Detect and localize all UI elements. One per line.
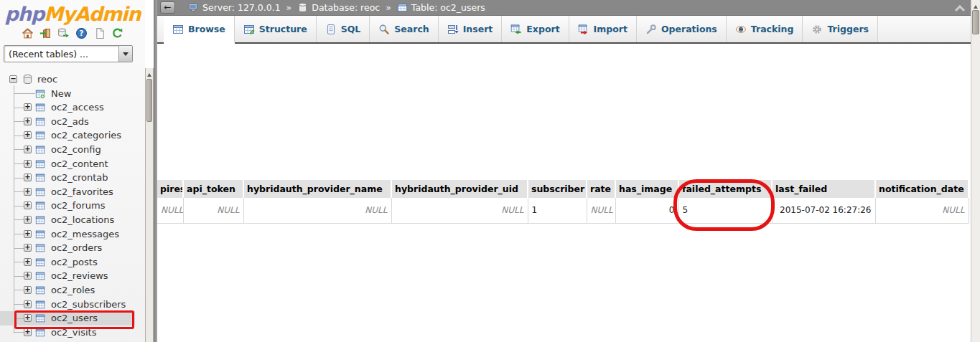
scroll-up-arrow[interactable] bbox=[971, 0, 980, 9]
tree-item-table[interactable]: oc2_reviews bbox=[0, 269, 135, 283]
column-header[interactable]: has_image bbox=[615, 180, 678, 198]
dropdown-arrow-icon[interactable] bbox=[118, 46, 132, 62]
tab[interactable]: Insert bbox=[439, 16, 503, 42]
table-name[interactable]: oc2_users bbox=[51, 313, 98, 323]
tab[interactable]: Browse bbox=[164, 16, 235, 42]
column-header[interactable]: hybridauth_provider_name bbox=[243, 180, 391, 198]
expand-icon[interactable] bbox=[24, 131, 32, 139]
table-name[interactable]: oc2_access bbox=[51, 102, 104, 113]
table-name[interactable]: oc2_messages bbox=[51, 229, 119, 239]
database-name[interactable]: reoc bbox=[37, 74, 57, 85]
tab[interactable]: SQL bbox=[317, 16, 370, 42]
tree-item-database[interactable]: reoc bbox=[0, 72, 135, 87]
column-header[interactable]: last_failed bbox=[772, 180, 875, 198]
table-name[interactable]: oc2_forums bbox=[51, 200, 105, 211]
column-header[interactable]: hybridauth_provider_uid bbox=[391, 180, 528, 198]
expand-icon[interactable] bbox=[24, 244, 32, 252]
expand-icon[interactable] bbox=[24, 216, 32, 224]
breadcrumb-label[interactable]: Database: reoc bbox=[312, 2, 380, 13]
tree-item-table[interactable]: oc2_content bbox=[0, 157, 135, 171]
breadcrumb-label[interactable]: Table: oc2_users bbox=[411, 2, 485, 13]
table-name[interactable]: oc2_config bbox=[51, 144, 101, 155]
expand-icon[interactable] bbox=[24, 272, 32, 280]
tree-item-table[interactable]: oc2_categories bbox=[0, 128, 135, 143]
expand-icon[interactable] bbox=[24, 201, 32, 209]
expand-icon[interactable] bbox=[24, 160, 32, 168]
table-name[interactable]: oc2_ads bbox=[51, 116, 89, 127]
tree-item-table[interactable]: oc2_users bbox=[0, 311, 135, 326]
nav-toolbar-icon[interactable] bbox=[22, 27, 34, 39]
table-name[interactable]: oc2_crontab bbox=[51, 172, 108, 183]
sidebar-scrollbar[interactable] bbox=[145, 68, 154, 342]
tree-item-table[interactable]: oc2_favorites bbox=[0, 185, 135, 199]
scrollbar-thumb[interactable] bbox=[972, 10, 979, 34]
column-header[interactable]: pires bbox=[157, 180, 183, 198]
breadcrumb-label[interactable]: Server: 127.0.0.1 bbox=[202, 2, 281, 13]
table-name[interactable]: New bbox=[51, 88, 71, 99]
nav-toolbar-icon[interactable] bbox=[111, 27, 123, 39]
collapse-icon[interactable] bbox=[9, 75, 17, 83]
tab[interactable]: Structure bbox=[235, 16, 317, 42]
expand-icon[interactable] bbox=[24, 230, 32, 238]
tree-item-table[interactable]: oc2_config bbox=[0, 143, 135, 157]
table-name[interactable]: oc2_orders bbox=[51, 242, 102, 253]
table-name[interactable]: oc2_content bbox=[51, 158, 108, 169]
tab[interactable]: Triggers bbox=[803, 16, 878, 42]
tab[interactable]: Operations bbox=[637, 16, 727, 42]
table-name[interactable]: oc2_locations bbox=[51, 214, 114, 225]
nav-toolbar-icon[interactable] bbox=[39, 27, 52, 39]
table-name[interactable]: oc2_visits bbox=[51, 327, 96, 338]
expand-icon[interactable] bbox=[24, 286, 32, 294]
table-name[interactable]: oc2_subscribers bbox=[51, 299, 126, 310]
expand-icon[interactable] bbox=[24, 188, 32, 196]
breadcrumb-icon bbox=[188, 2, 199, 13]
collapse-toolbar-icon[interactable] bbox=[955, 5, 965, 15]
back-button[interactable]: ← bbox=[160, 1, 175, 14]
tab[interactable]: Tracking bbox=[727, 16, 803, 42]
tab-label: Structure bbox=[259, 24, 307, 34]
expand-icon[interactable] bbox=[24, 174, 32, 181]
main-scrollbar[interactable] bbox=[971, 0, 980, 342]
tree-item-table[interactable]: oc2_locations bbox=[0, 213, 135, 227]
nav-toolbar bbox=[0, 27, 145, 40]
nav-toolbar-icon[interactable] bbox=[57, 27, 70, 39]
tree-item-table[interactable]: New bbox=[0, 87, 135, 101]
expand-icon[interactable] bbox=[24, 146, 32, 153]
column-header[interactable]: api_token bbox=[183, 180, 243, 198]
expand-icon[interactable] bbox=[24, 103, 32, 111]
tree-item-table[interactable]: oc2_crontab bbox=[0, 171, 135, 185]
table-name[interactable]: oc2_roles bbox=[51, 285, 95, 295]
nav-toolbar-icon[interactable] bbox=[75, 27, 88, 39]
column-header[interactable]: notification_date bbox=[875, 180, 969, 198]
tree-item-table[interactable]: oc2_subscribers bbox=[0, 298, 135, 312]
column-header[interactable]: subscriber bbox=[528, 180, 587, 198]
tree-item-table[interactable]: oc2_forums bbox=[0, 199, 135, 213]
tree-item-table[interactable]: oc2_posts bbox=[0, 255, 135, 270]
table-icon bbox=[35, 328, 45, 338]
scroll-up-arrow[interactable] bbox=[146, 68, 153, 77]
nav-toolbar-icon[interactable] bbox=[93, 27, 106, 39]
column-header[interactable]: rate bbox=[587, 180, 615, 198]
scrollbar-thumb[interactable] bbox=[146, 79, 152, 122]
tab[interactable]: Search bbox=[370, 16, 438, 42]
tree-item-table[interactable]: oc2_access bbox=[0, 100, 135, 115]
tree-item-table[interactable]: oc2_orders bbox=[0, 241, 135, 255]
expand-icon[interactable] bbox=[24, 328, 32, 336]
tab[interactable]: Import bbox=[569, 16, 637, 42]
tab[interactable]: Export bbox=[502, 16, 569, 42]
column-header[interactable]: failed_attempts bbox=[678, 180, 772, 198]
table-name[interactable]: oc2_categories bbox=[51, 130, 121, 141]
expand-icon[interactable] bbox=[24, 258, 32, 266]
tree-item-table[interactable]: oc2_visits bbox=[0, 326, 135, 340]
expand-icon[interactable] bbox=[24, 118, 32, 125]
table-name[interactable]: oc2_posts bbox=[51, 257, 98, 267]
tree-item-table[interactable]: oc2_messages bbox=[0, 227, 135, 242]
table-name[interactable]: oc2_favorites bbox=[51, 186, 113, 197]
table-icon bbox=[35, 187, 45, 197]
expand-icon[interactable] bbox=[24, 300, 32, 308]
table-name[interactable]: oc2_reviews bbox=[51, 270, 108, 281]
tree-item-table[interactable]: oc2_ads bbox=[0, 115, 135, 129]
tree-item-table[interactable]: oc2_roles bbox=[0, 283, 135, 298]
recent-tables-select[interactable]: (Recent tables) ... bbox=[4, 45, 133, 62]
expand-icon[interactable] bbox=[24, 314, 32, 322]
